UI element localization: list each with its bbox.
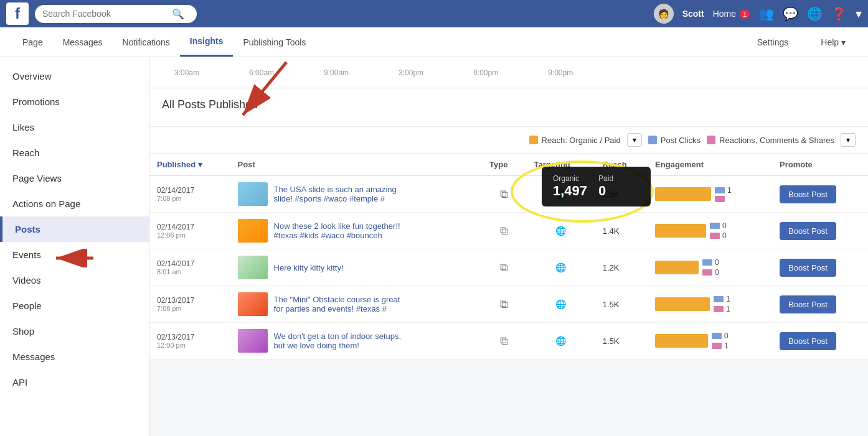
tab-help[interactable]: Help ▾	[811, 29, 856, 56]
boost-post-button[interactable]: Boost Post	[780, 259, 836, 277]
cell-post: We don't get a ton of indoor setups, but…	[230, 323, 482, 359]
cell-promote: Boost Post	[772, 323, 868, 359]
col-engagement: Engagement	[648, 154, 772, 176]
home-link[interactable]: Home 1	[713, 9, 750, 19]
tab-messages[interactable]: Messages	[53, 27, 113, 57]
post-text[interactable]: The "Mini" Obstacle course is great for …	[274, 295, 411, 313]
page-nav: Page Messages Notifications Insights Pub…	[0, 27, 868, 57]
post-clicks-swatch	[648, 136, 657, 144]
cell-type: ⧉	[482, 176, 527, 213]
cell-post: The "Mini" Obstacle course is great for …	[230, 286, 482, 323]
sidebar-item-posts[interactable]: Posts	[0, 216, 149, 242]
boost-post-button[interactable]: Boost Post	[780, 332, 836, 350]
content-area: 3:00am 6:00am 9:00am 3:00pm 6:00pm 9:00p…	[149, 57, 868, 436]
post-text[interactable]: The USA slide is such an amazing slide! …	[274, 185, 411, 203]
cell-date: 02/14/2017 8:01 am	[149, 249, 230, 286]
post-thumbnail	[238, 219, 268, 243]
reach-dropdown[interactable]: ▾	[627, 133, 642, 147]
reach-filter-label: Reach: Organic / Paid	[542, 136, 621, 145]
cell-type: ⧉	[482, 286, 527, 323]
nav-right: 🧑 Scott Home 1 👥 💬 🌐 ❓ ▾	[654, 4, 862, 24]
reach-tooltip: Organic 1,497 Paid 0	[542, 167, 651, 206]
search-input[interactable]	[42, 9, 167, 19]
reactions-swatch	[707, 136, 715, 144]
post-text[interactable]: We don't get a ton of indoor setups, but…	[274, 332, 411, 350]
boost-post-button[interactable]: Boost Post	[780, 295, 836, 313]
cell-targeting: 🌐	[527, 286, 595, 323]
help-icon[interactable]: ❓	[831, 6, 847, 21]
targeting-globe-icon: 🌐	[555, 299, 566, 309]
cell-date: 02/13/2017 12:00 pm	[149, 323, 230, 359]
cell-date: 02/14/2017 12:06 pm	[149, 213, 230, 249]
sidebar-item-promotions[interactable]: Promotions	[0, 89, 149, 114]
cell-promote: Boost Post	[772, 249, 868, 286]
posts-table: Published ▾ Post Type Targeting Reach En…	[149, 154, 868, 359]
tab-publishing-tools[interactable]: Publishing Tools	[233, 27, 316, 57]
avatar: 🧑	[654, 4, 674, 24]
sidebar-item-videos[interactable]: Videos	[0, 267, 149, 293]
cell-date: 02/14/2017 7:08 pm	[149, 176, 230, 213]
tooltip-paid-label: Paid	[598, 174, 613, 183]
search-icon: 🔍	[172, 8, 184, 20]
main-layout: Overview Promotions Likes Reach Page Vie…	[0, 57, 868, 436]
table-row: 02/14/2017 8:01 am Here kitty kitty kitt…	[149, 249, 868, 286]
time-label: 9:00pm	[548, 68, 573, 77]
messenger-icon[interactable]: 💬	[783, 6, 798, 21]
sidebar: Overview Promotions Likes Reach Page Vie…	[0, 57, 149, 436]
tooltip-organic-label: Organic	[553, 174, 587, 183]
sidebar-item-reach[interactable]: Reach	[0, 140, 149, 165]
tab-page[interactable]: Page	[12, 27, 53, 57]
sidebar-item-page-views[interactable]: Page Views	[0, 165, 149, 191]
fb-logo-icon: f	[6, 2, 29, 25]
sidebar-item-api[interactable]: API	[0, 369, 149, 395]
cell-targeting: 🌐	[527, 323, 595, 359]
chart-area: 3:00am 6:00am 9:00am 3:00pm 6:00pm 9:00p…	[149, 57, 868, 88]
cell-promote: Boost Post	[772, 213, 868, 249]
cell-reach: 1.2K	[595, 249, 648, 286]
sidebar-item-people[interactable]: People	[0, 293, 149, 318]
post-text[interactable]: Now these 2 look like fun together!! #te…	[274, 221, 411, 240]
time-label: 6:00pm	[473, 68, 498, 77]
sidebar-item-likes[interactable]: Likes	[0, 114, 149, 140]
boost-post-button[interactable]: Boost Post	[780, 222, 836, 240]
tab-notifications[interactable]: Notifications	[113, 27, 180, 57]
reactions-filter: Reactions, Comments & Shares	[707, 136, 834, 145]
tab-insights[interactable]: Insights	[180, 27, 234, 57]
nav-arrow-icon[interactable]: ▾	[856, 6, 862, 21]
post-text[interactable]: Here kitty kitty kitty!	[274, 263, 344, 272]
tooltip-paid-value: 0	[598, 183, 613, 199]
time-label: 3:00am	[174, 68, 199, 77]
col-published[interactable]: Published ▾	[149, 154, 230, 176]
targeting-globe-icon: 🌐	[555, 262, 566, 272]
friends-icon[interactable]: 👥	[758, 6, 774, 21]
cell-targeting: 🌐	[527, 213, 595, 249]
cell-reach: 1.5K	[595, 323, 648, 359]
globe-nav-icon[interactable]: 🌐	[807, 6, 823, 21]
all-posts-header: All Posts Published	[149, 88, 868, 127]
cell-type: ⧉	[482, 249, 527, 286]
sidebar-item-actions-on-page[interactable]: Actions on Page	[0, 191, 149, 216]
home-badge: 1	[740, 10, 750, 19]
col-promote: Promote	[772, 154, 868, 176]
search-bar[interactable]: 🔍	[35, 5, 197, 23]
boost-post-button[interactable]: Boost Post	[780, 185, 836, 203]
post-thumbnail	[238, 256, 268, 279]
cell-engagement: 0 0	[648, 213, 772, 249]
tab-settings[interactable]: Settings	[747, 29, 799, 56]
cell-reach: 1.4K	[595, 213, 648, 249]
sidebar-item-overview[interactable]: Overview	[0, 63, 149, 89]
sidebar-item-messages[interactable]: Messages	[0, 344, 149, 369]
cell-date: 02/13/2017 7:08 pm	[149, 286, 230, 323]
cell-engagement: 0 0	[648, 249, 772, 286]
tooltip-organic-value: 1,497	[553, 183, 587, 199]
table-row: 02/13/2017 12:00 pm We don't get a ton o…	[149, 323, 868, 359]
sidebar-item-shop[interactable]: Shop	[0, 318, 149, 344]
time-label: 3:00pm	[399, 68, 423, 77]
table-row: 02/14/2017 12:06 pm Now these 2 look lik…	[149, 213, 868, 249]
reach-swatch	[529, 136, 538, 144]
cell-promote: Boost Post	[772, 286, 868, 323]
post-clicks-filter: Post Clicks	[648, 136, 701, 145]
reactions-dropdown[interactable]: ▾	[841, 133, 856, 147]
col-type: Type	[482, 154, 527, 176]
table-row: 02/14/2017 7:08 pm The USA slide is such…	[149, 176, 868, 213]
